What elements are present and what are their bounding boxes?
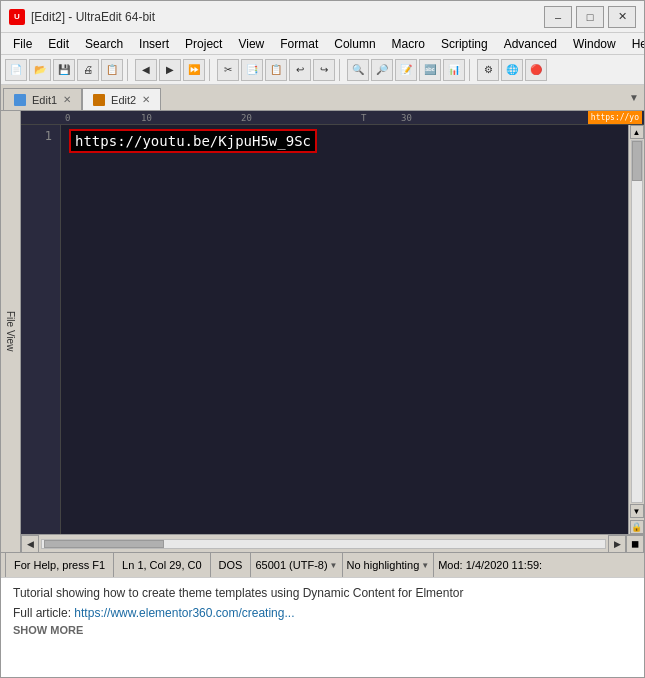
status-highlighting-dropdown[interactable]: No highlighting ▼ xyxy=(343,553,435,577)
editor-main: 0 10 20 T 30 https://yo 1 https://youtu.… xyxy=(21,111,644,552)
ruler-T: T xyxy=(361,113,366,123)
status-help-text: For Help, press F1 xyxy=(14,559,105,571)
tb-cut[interactable]: ✂ xyxy=(217,59,239,81)
tab-edit2[interactable]: Edit2 ✕ xyxy=(82,88,161,110)
menu-column[interactable]: Column xyxy=(326,33,383,54)
tb-fwd[interactable]: ▶ xyxy=(159,59,181,81)
tb-undo[interactable]: ↩ xyxy=(289,59,311,81)
tab1-label: Edit1 xyxy=(32,94,57,106)
menu-insert[interactable]: Insert xyxy=(131,33,177,54)
menu-format[interactable]: Format xyxy=(272,33,326,54)
ruler: 0 10 20 T 30 https://yo xyxy=(21,111,644,125)
tb-print[interactable]: 🖨 xyxy=(77,59,99,81)
status-position: Ln 1, Col 29, C0 xyxy=(114,553,211,577)
scrollbar-right[interactable]: ▲ ▼ 🔒 xyxy=(628,125,644,534)
tab2-close[interactable]: ✕ xyxy=(142,95,150,105)
window-title: [Edit2] - UltraEdit 64-bit xyxy=(31,10,155,24)
status-position-text: Ln 1, Col 29, C0 xyxy=(122,559,202,571)
left-panel-fileview[interactable]: File View xyxy=(1,111,21,552)
tb-extra[interactable]: 🔴 xyxy=(525,59,547,81)
ruler-0: 0 xyxy=(65,113,70,123)
status-modified-text: Mod: 1/4/2020 11:59: xyxy=(438,559,542,571)
tb-open[interactable]: 📂 xyxy=(29,59,51,81)
scrollbar-thumb-right[interactable] xyxy=(632,141,642,181)
ruler-corner-label: https://yo xyxy=(588,111,642,124)
ruler-10: 10 xyxy=(141,113,152,123)
code-editor[interactable]: https://youtu.be/KjpuH5w_9Sc xyxy=(61,125,628,534)
show-more-button[interactable]: SHOW MORE xyxy=(13,624,632,636)
tab2-icon xyxy=(93,94,105,106)
status-encoding-dropdown[interactable]: 65001 (UTF-8) ▼ xyxy=(251,553,342,577)
menu-view[interactable]: View xyxy=(230,33,272,54)
scrollbar-bottom: ◀ ▶ ◼ xyxy=(21,534,644,552)
title-bar-left: U [Edit2] - UltraEdit 64-bit xyxy=(9,9,155,25)
tb-new[interactable]: 📄 xyxy=(5,59,27,81)
tab-bar: Edit1 ✕ Edit2 ✕ ▼ xyxy=(1,85,644,111)
tb-paste[interactable]: 📋 xyxy=(265,59,287,81)
tb-save[interactable]: 💾 xyxy=(53,59,75,81)
status-bar: For Help, press F1 Ln 1, Col 29, C0 DOS … xyxy=(1,552,644,577)
status-highlighting-text: No highlighting xyxy=(347,559,420,571)
scroll-up-arrow[interactable]: ▲ xyxy=(630,125,644,139)
scroll-left-arrow[interactable]: ◀ xyxy=(21,535,39,553)
tb-findnext[interactable]: 🔎 xyxy=(371,59,393,81)
editor-section: Edit1 ✕ Edit2 ✕ ▼ File View 0 10 xyxy=(1,85,644,552)
scroll-corner: ◼ xyxy=(626,535,644,553)
tab1-close[interactable]: ✕ xyxy=(63,95,71,105)
tb-fwd2[interactable]: ⏩ xyxy=(183,59,205,81)
menu-file[interactable]: File xyxy=(5,33,40,54)
tb-macro[interactable]: 📊 xyxy=(443,59,465,81)
status-encoding-text: 65001 (UTF-8) xyxy=(255,559,327,571)
menu-search[interactable]: Search xyxy=(77,33,131,54)
status-eol: DOS xyxy=(211,553,252,577)
description-area: Tutorial showing how to create theme tem… xyxy=(1,577,644,677)
tb-settings[interactable]: ⚙ xyxy=(477,59,499,81)
tab-edit1[interactable]: Edit1 ✕ xyxy=(3,88,82,110)
status-help: For Help, press F1 xyxy=(5,553,114,577)
line-number-1: 1 xyxy=(25,129,56,143)
toolbar: 📄 📂 💾 🖨 📋 ◀ ▶ ⏩ ✂ 📑 📋 ↩ ↪ 🔍 🔎 📝 🔤 📊 ⚙ 🌐 … xyxy=(1,55,644,85)
tb-clip[interactable]: 📋 xyxy=(101,59,123,81)
tb-web[interactable]: 🌐 xyxy=(501,59,523,81)
tab-dropdown-arrow[interactable]: ▼ xyxy=(624,85,644,110)
window-controls: – □ ✕ xyxy=(544,6,636,28)
encoding-dropdown-icon: ▼ xyxy=(330,561,338,570)
editor-content[interactable]: 1 https://youtu.be/KjpuH5w_9Sc ▲ ▼ 🔒 xyxy=(21,125,644,534)
status-modified: Mod: 1/4/2020 11:59: xyxy=(434,559,640,571)
article-link[interactable]: https://www.elementor360.com/creating... xyxy=(74,606,294,620)
menu-bar: File Edit Search Insert Project View For… xyxy=(1,33,644,55)
menu-macro[interactable]: Macro xyxy=(384,33,433,54)
line-numbers: 1 xyxy=(21,125,61,534)
app-window: U [Edit2] - UltraEdit 64-bit – □ ✕ File … xyxy=(0,0,645,678)
menu-scripting[interactable]: Scripting xyxy=(433,33,496,54)
lock-icon: 🔒 xyxy=(630,520,644,534)
tb-redo[interactable]: ↪ xyxy=(313,59,335,81)
menu-help[interactable]: Help xyxy=(624,33,645,54)
minimize-button[interactable]: – xyxy=(544,6,572,28)
scroll-right-arrow[interactable]: ▶ xyxy=(608,535,626,553)
menu-edit[interactable]: Edit xyxy=(40,33,77,54)
tab1-icon xyxy=(14,94,26,106)
menu-window[interactable]: Window xyxy=(565,33,624,54)
selected-text: https://youtu.be/KjpuH5w_9Sc xyxy=(69,129,317,153)
article-line: Full article: https://www.elementor360.c… xyxy=(13,606,632,620)
editor-with-sidebar: File View 0 10 20 T 30 https://yo 1 xyxy=(1,111,644,552)
toolbar-sep-4 xyxy=(469,59,473,81)
tb-back[interactable]: ◀ xyxy=(135,59,157,81)
scroll-thumb-bottom[interactable] xyxy=(44,540,164,548)
left-panel-label: File View xyxy=(5,311,16,351)
scroll-track-bottom[interactable] xyxy=(41,539,606,549)
menu-advanced[interactable]: Advanced xyxy=(496,33,565,54)
scrollbar-track-right xyxy=(631,140,643,503)
menu-project[interactable]: Project xyxy=(177,33,230,54)
scroll-down-arrow[interactable]: ▼ xyxy=(630,504,644,518)
app-icon: U xyxy=(9,9,25,25)
maximize-button[interactable]: □ xyxy=(576,6,604,28)
tb-copy[interactable]: 📑 xyxy=(241,59,263,81)
tb-spell[interactable]: 🔤 xyxy=(419,59,441,81)
tb-find[interactable]: 🔍 xyxy=(347,59,369,81)
toolbar-sep-3 xyxy=(339,59,343,81)
status-eol-text: DOS xyxy=(219,559,243,571)
tb-replace[interactable]: 📝 xyxy=(395,59,417,81)
close-button[interactable]: ✕ xyxy=(608,6,636,28)
